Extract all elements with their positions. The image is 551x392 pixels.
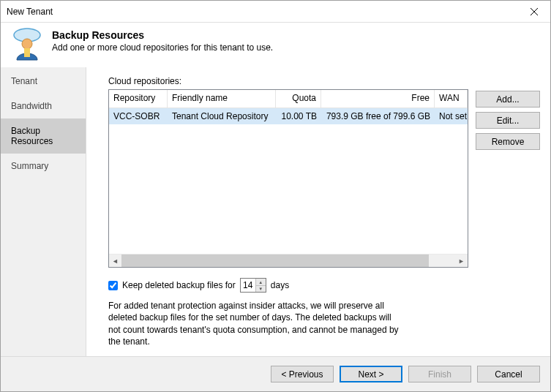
- close-icon: [531, 8, 538, 15]
- cell-free: 793.9 GB free of 799.6 GB: [321, 110, 435, 123]
- main-panel: Cloud repositories: Repository Friendly …: [86, 67, 550, 356]
- keep-deleted-help: For added tenant protection against insi…: [108, 300, 468, 347]
- finish-button: Finish: [408, 366, 471, 382]
- wizard-header: Backup Resources Add one or more cloud r…: [1, 23, 550, 67]
- cell-quota: 10.00 TB: [276, 110, 321, 123]
- days-input[interactable]: [241, 279, 255, 292]
- col-quota[interactable]: Quota: [276, 90, 321, 108]
- keep-deleted-option: Keep deleted backup files for ▲ ▼ days: [108, 278, 468, 293]
- col-friendly-name[interactable]: Friendly name: [168, 90, 276, 108]
- next-button[interactable]: Next >: [340, 366, 402, 382]
- tenant-icon: [10, 26, 45, 61]
- scroll-right-icon[interactable]: ►: [455, 255, 468, 267]
- spinner-down-icon[interactable]: ▼: [256, 286, 266, 293]
- step-backup-resources[interactable]: Backup Resources: [1, 118, 86, 154]
- keep-deleted-label-prefix: Keep deleted backup files for: [122, 280, 236, 290]
- svg-rect-4: [24, 48, 30, 57]
- col-wan[interactable]: WAN: [435, 90, 468, 108]
- spinner-buttons: ▲ ▼: [255, 279, 266, 292]
- remove-button[interactable]: Remove: [476, 133, 540, 150]
- scroll-thumb[interactable]: [121, 255, 429, 267]
- table-row[interactable]: VCC-SOBR Tenant Cloud Repository 10.00 T…: [109, 108, 468, 124]
- page-title: Backup Resources: [52, 29, 273, 41]
- cancel-button[interactable]: Cancel: [477, 366, 540, 382]
- wizard-body: Tenant Bandwidth Backup Resources Summar…: [1, 67, 550, 356]
- main-content: Cloud repositories: Repository Friendly …: [108, 76, 540, 347]
- options-area: Keep deleted backup files for ▲ ▼ days F…: [108, 278, 468, 347]
- cell-repository: VCC-SOBR: [109, 110, 168, 123]
- days-spinner: ▲ ▼: [240, 278, 266, 293]
- cell-friendly: Tenant Cloud Repository: [168, 110, 276, 123]
- wizard-header-text: Backup Resources Add one or more cloud r…: [52, 26, 273, 53]
- keep-deleted-label-suffix: days: [271, 280, 289, 290]
- col-free[interactable]: Free: [321, 90, 435, 108]
- step-label: Tenant: [11, 76, 37, 86]
- step-label: Backup Resources: [11, 126, 53, 146]
- col-repository[interactable]: Repository: [109, 90, 168, 108]
- add-button[interactable]: Add...: [476, 91, 540, 108]
- spinner-up-icon[interactable]: ▲: [256, 279, 266, 286]
- page-subtitle: Add one or more cloud repositories for t…: [52, 42, 273, 53]
- wizard-window: New Tenant Backup Resources Add one or m…: [0, 0, 551, 392]
- repositories-table: Repository Friendly name Quota Free WAN …: [108, 89, 468, 268]
- step-bandwidth[interactable]: Bandwidth: [1, 94, 86, 118]
- step-label: Bandwidth: [11, 101, 52, 111]
- scroll-track[interactable]: [121, 255, 455, 267]
- step-tenant[interactable]: Tenant: [1, 69, 86, 94]
- step-label: Summary: [11, 161, 48, 171]
- wizard-steps: Tenant Bandwidth Backup Resources Summar…: [1, 67, 86, 356]
- wizard-footer: < Previous Next > Finish Cancel: [1, 356, 550, 391]
- edit-button[interactable]: Edit...: [476, 112, 540, 129]
- table-header: Repository Friendly name Quota Free WAN: [109, 90, 468, 108]
- keep-deleted-checkbox[interactable]: [108, 281, 118, 290]
- step-summary[interactable]: Summary: [1, 154, 86, 178]
- repositories-label: Cloud repositories:: [108, 76, 468, 86]
- cell-wan: Not set: [435, 110, 468, 123]
- repositories-area: Cloud repositories: Repository Friendly …: [108, 76, 468, 347]
- side-buttons: Add... Edit... Remove: [476, 76, 540, 347]
- scroll-left-icon[interactable]: ◄: [109, 255, 121, 267]
- window-title: New Tenant: [7, 7, 53, 17]
- table-body: VCC-SOBR Tenant Cloud Repository 10.00 T…: [109, 108, 468, 254]
- previous-button[interactable]: < Previous: [271, 366, 334, 382]
- horizontal-scrollbar[interactable]: ◄ ►: [109, 254, 468, 267]
- close-button[interactable]: [517, 1, 550, 22]
- svg-point-3: [22, 39, 32, 49]
- titlebar: New Tenant: [1, 1, 550, 23]
